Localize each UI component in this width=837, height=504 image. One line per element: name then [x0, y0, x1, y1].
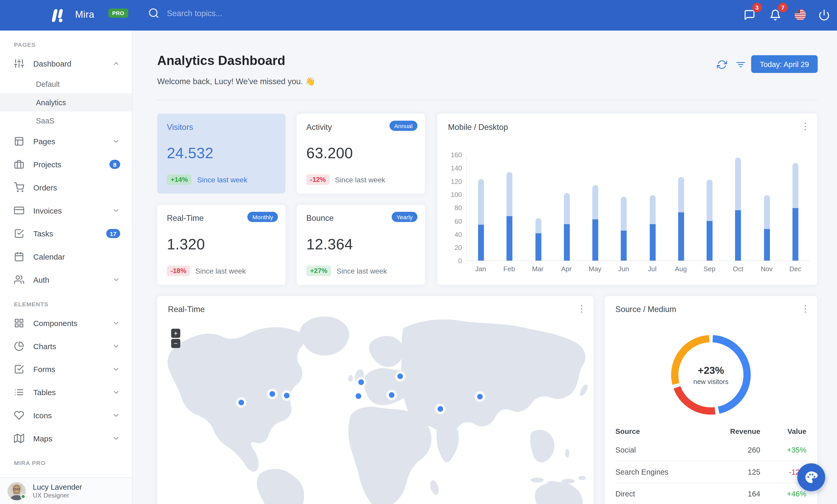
bar-segment-mobile — [649, 224, 656, 261]
navbar-search — [148, 7, 306, 19]
sidebar-item-tables[interactable]: Tables — [0, 381, 132, 404]
map-marker-istanbul[interactable] — [386, 390, 397, 400]
header-revenue: Revenue — [707, 427, 760, 435]
date-range-button[interactable]: Today: April 29 — [751, 55, 818, 73]
sidebar-item-calendar[interactable]: Calendar — [0, 245, 132, 268]
language-flag-button[interactable] — [795, 9, 806, 20]
map-marker-madrid[interactable] — [353, 391, 364, 402]
bar-mar — [524, 155, 553, 261]
bar-segment-desktop — [564, 193, 570, 224]
user-name: Lucy Lavender — [33, 483, 82, 492]
bar-segment-desktop — [506, 172, 513, 216]
sidebar-nav: PAGESDashboardDefaultAnalyticsSaaSPagesP… — [0, 31, 132, 477]
map-marker-beijing[interactable] — [475, 391, 485, 402]
refresh-icon[interactable] — [717, 59, 727, 70]
donut-chart: +23% new visitors — [669, 333, 753, 417]
map-marker-chicago[interactable] — [267, 389, 278, 399]
sidebar-subitem-saas[interactable]: SaaS — [0, 111, 132, 130]
filter-icon[interactable] — [736, 59, 746, 70]
nav-section-label-mira-pro: MIRA PRO — [0, 450, 132, 470]
messages-count-badge: 3 — [752, 3, 762, 12]
y-tick-60: 60 — [442, 218, 462, 225]
bar-chart-y-axis: 020406080100120140160 — [442, 155, 462, 261]
sidebar-item-maps[interactable]: Maps — [0, 427, 132, 450]
source-card-title: Source / Medium — [616, 304, 676, 314]
check-square-icon — [14, 364, 24, 374]
y-tick-120: 120 — [442, 178, 462, 185]
sidebar-item-invoices[interactable]: Invoices — [0, 199, 132, 222]
sidebar-item-pages[interactable]: Pages — [0, 130, 132, 153]
stat-period-badge[interactable]: Yearly — [391, 212, 417, 222]
chart-menu-icon[interactable] — [800, 121, 811, 132]
sidebar-subitem-analytics[interactable]: Analytics — [0, 93, 132, 111]
sidebar-item-label: Maps — [33, 434, 112, 443]
online-status-dot — [20, 494, 26, 499]
sidebar-item-label: Projects — [33, 160, 109, 169]
theme-settings-button[interactable] — [797, 463, 825, 491]
x-tick-jun: Jun — [609, 265, 638, 273]
bar-segment-mobile — [735, 210, 741, 261]
stat-change-badge: -12% — [306, 174, 330, 185]
bar-chart: 020406080100120140160 JanFebMarAprMayJun… — [442, 155, 810, 280]
sidebar-subitem-default[interactable]: Default — [0, 75, 132, 93]
top-navbar: Mira PRO 3 7 — [0, 0, 837, 31]
stat-change-badge: +27% — [306, 265, 332, 276]
donut-center-label: new visitors — [694, 378, 729, 385]
briefcase-icon — [14, 159, 24, 169]
cell-revenue: 164 — [707, 490, 760, 498]
sidebar-item-dashboard[interactable]: Dashboard — [0, 52, 132, 75]
y-tick-40: 40 — [442, 231, 462, 239]
calendar-icon — [14, 251, 24, 262]
sidebar-item-charts[interactable]: Charts — [0, 335, 132, 358]
stat-title: Real-Time — [167, 213, 204, 223]
bar-jul — [638, 155, 667, 261]
sidebar-item-label: Pages — [33, 137, 112, 146]
stat-value: 1.320 — [167, 236, 205, 253]
page-subtitle: Welcome back, Lucy! We've missed you. 👋 — [157, 77, 315, 86]
sidebar-badge: 17 — [106, 229, 120, 238]
sidebar-item-forms[interactable]: Forms — [0, 358, 132, 381]
search-input[interactable] — [167, 8, 306, 18]
pie-chart-icon — [14, 341, 24, 351]
sidebar-item-tasks[interactable]: Tasks17 — [0, 222, 132, 245]
sidebar-item-auth[interactable]: Auth — [0, 268, 132, 291]
x-tick-feb: Feb — [495, 265, 523, 273]
map-icon — [14, 433, 24, 444]
source-menu-icon[interactable] — [800, 303, 811, 314]
chevron-down-icon — [112, 388, 120, 396]
bar-nov — [752, 155, 781, 261]
map-marker-new-york[interactable] — [281, 390, 292, 401]
bar-segment-mobile — [678, 212, 684, 261]
stat-period-badge[interactable]: Monthly — [248, 212, 278, 222]
sidebar-item-orders[interactable]: Orders — [0, 176, 132, 199]
bar-oct — [724, 155, 752, 261]
map-marker-san-francisco[interactable] — [236, 397, 246, 408]
map-zoom-out-button[interactable]: − — [171, 339, 180, 348]
x-tick-apr: Apr — [552, 265, 581, 273]
mobile-desktop-chart-card: Mobile / Desktop 020406080100120140160 J… — [437, 114, 817, 285]
bar-segment-desktop — [621, 197, 627, 231]
y-tick-100: 100 — [442, 191, 462, 199]
power-logout-button[interactable] — [818, 9, 830, 21]
map-marker-london[interactable] — [356, 377, 367, 388]
stat-card-real-time: Real-TimeMonthly1.320-18%Since last week — [157, 205, 285, 285]
x-tick-aug: Aug — [666, 265, 695, 273]
map-marker-moscow[interactable] — [395, 371, 406, 381]
x-tick-jan: Jan — [466, 265, 495, 273]
cell-value: +35% — [760, 445, 806, 454]
sidebar-user-footer[interactable]: Lucy Lavender UX Designer — [0, 477, 132, 504]
sidebar-item-projects[interactable]: Projects8 — [0, 153, 132, 176]
x-tick-oct: Oct — [724, 265, 752, 273]
bar-chart-plot — [466, 155, 810, 261]
stat-period-badge[interactable]: Annual — [389, 120, 417, 131]
cell-source: Direct — [616, 490, 707, 498]
map-zoom-in-button[interactable]: + — [171, 329, 180, 338]
chevron-down-icon — [112, 411, 120, 419]
bar-chart-x-axis: JanFebMarAprMayJunJulAugSepOctNovDec — [466, 265, 810, 273]
check-square-icon — [14, 228, 24, 239]
map-marker-delhi[interactable] — [435, 404, 446, 414]
chevron-down-icon — [112, 276, 120, 284]
sidebar-item-icons[interactable]: Icons — [0, 404, 132, 427]
sidebar-item-components[interactable]: Components — [0, 312, 132, 335]
credit-card-icon — [14, 205, 24, 216]
